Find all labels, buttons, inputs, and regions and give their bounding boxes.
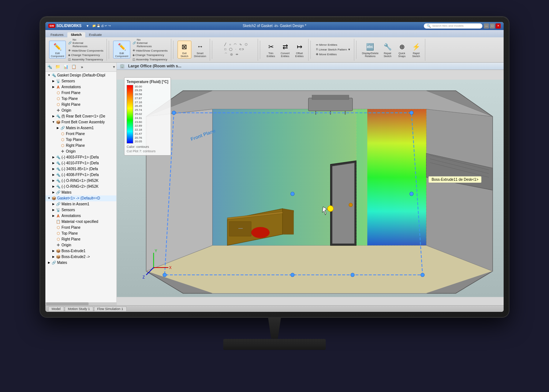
tree-item-boss2[interactable]: ▶ 📦 Boss-Extrude2 -> bbox=[45, 254, 116, 260]
arc-tool[interactable]: ◠ bbox=[233, 42, 238, 46]
feature-tree[interactable]: ▼ 🔩 Gasket Design (Default<Displ ▶ 📡 Sen… bbox=[45, 72, 116, 302]
tree-item-mates2[interactable]: ▶ 🔗 Mates in Assem1 bbox=[45, 201, 116, 207]
search-box[interactable]: 🔍 Search files and models bbox=[424, 23, 482, 29]
viewport[interactable]: 🏢 Large Office (Room with s... Temperatu… bbox=[117, 63, 504, 305]
tree-item-front-2[interactable]: ⬡ Front Plane bbox=[45, 131, 116, 137]
tab-flow[interactable]: Flow Simulation 1 bbox=[94, 306, 127, 311]
tree-item-right-plane-1[interactable]: ⬡ Right Plane bbox=[45, 102, 116, 108]
sidebar-icon-3[interactable]: 📊 bbox=[62, 63, 70, 71]
sketch-row-1: ╱ ○ ◠ ∿ ⬡ bbox=[223, 42, 249, 46]
ribbon-content: ✏️ EditComponent 🔗 NoExternalReferences … bbox=[45, 37, 504, 62]
tree-item-4003[interactable]: ▶ 🔩 (-) 4003-FFP<1> (Defa bbox=[45, 154, 116, 160]
minimize-button[interactable]: — bbox=[484, 23, 489, 29]
tab-motion[interactable]: Motion Study 1 bbox=[65, 306, 93, 311]
quick-access: 📁 💾 🖨 ↩ ↪ bbox=[92, 24, 111, 27]
sidebar-icon-4[interactable]: 📋 bbox=[70, 63, 78, 71]
assembly-transparency-btn[interactable]: ◫ Assembly Transparency bbox=[67, 57, 104, 61]
offset-tool[interactable]: ◎ bbox=[229, 52, 234, 57]
smart-dim-btn[interactable]: ↔ SmartDimension bbox=[193, 41, 208, 58]
line-tool[interactable]: ╱ bbox=[223, 42, 227, 46]
tree-item-top-plane-1[interactable]: ⬡ Top Plane bbox=[45, 96, 116, 102]
tree-item-origin-g1[interactable]: ✛ Origin bbox=[45, 242, 116, 248]
tree-item-mates-top[interactable]: ▶ 🔗 Mates bbox=[45, 260, 116, 266]
tree-item-top-g1[interactable]: ⬡ Top Plane bbox=[45, 231, 116, 236]
tree-item-mates-assem1[interactable]: ▶ 🔗 Mates in Assem1 bbox=[45, 125, 116, 131]
offset-entities-btn[interactable]: ↦ OffsetEntities bbox=[293, 41, 306, 58]
maximize-button[interactable]: □ bbox=[490, 23, 495, 29]
expand-4003: ▶ bbox=[51, 155, 56, 160]
hide-show-btn[interactable]: 👁 Hide/Show Components bbox=[67, 49, 104, 53]
sidebar-arrow[interactable]: » bbox=[78, 63, 86, 71]
exit-sketch-icon: ⊠ bbox=[179, 42, 190, 52]
no-ext-ref-btn-2[interactable]: 🔗 NoExternalReferences bbox=[131, 38, 169, 48]
quick-snaps-btn[interactable]: ⊕ QuickSnaps bbox=[395, 41, 408, 58]
icon-rear: 🔩 bbox=[56, 114, 61, 119]
sketch-row-2: □ ◯ · ⊂⊃ bbox=[223, 47, 249, 51]
fillet-tool[interactable]: ⌒ bbox=[223, 52, 228, 57]
repair-sketch-btn[interactable]: 🔧 RepairSketch bbox=[381, 41, 394, 58]
icon-mates: 🔗 bbox=[60, 126, 65, 131]
menu-file[interactable]: ▼ bbox=[86, 24, 89, 28]
hide-show-btn-2[interactable]: 👁 Hide/Show Components bbox=[131, 49, 169, 53]
tab-sketch[interactable]: Sketch bbox=[67, 32, 86, 37]
display-delete-btn[interactable]: 🔤 Display/DeleteRelations bbox=[361, 41, 380, 58]
tree-item-sensors2[interactable]: ▶ 📡 Sensors bbox=[45, 207, 116, 213]
assembly-transparency-btn-2[interactable]: ◫ Assembly Transparency bbox=[131, 57, 169, 61]
tree-item-right-2[interactable]: ⬡ Right Plane bbox=[45, 143, 116, 149]
trim-entities-btn[interactable]: ✂ TrimEntities bbox=[264, 41, 277, 58]
viewport-title: Large Office (Room with s... bbox=[128, 64, 181, 68]
circle-tool[interactable]: ○ bbox=[228, 42, 232, 46]
point-tool[interactable]: · bbox=[234, 47, 237, 51]
edit-component-btn-2[interactable]: ✏️ EditComponent bbox=[113, 41, 130, 59]
tree-item-rear-belt[interactable]: ▶ 🔩 (f) Rear Belt Cover<1> (De bbox=[45, 113, 116, 119]
icon-o2: ✛ bbox=[60, 149, 65, 154]
tree-item-gasket1[interactable]: ▼ 📦 Gasket<1> -> (Default<<D bbox=[45, 195, 116, 201]
tree-item-4008[interactable]: ▶ 🔩 (-) 4008-FFP<1> (Defa bbox=[45, 172, 116, 178]
tree-item-material[interactable]: 📋 Material <not specified bbox=[45, 219, 116, 225]
tree-item-origin-2[interactable]: ✛ Origin bbox=[45, 149, 116, 154]
tree-item-top-2[interactable]: ⬡ Top Plane bbox=[45, 137, 116, 143]
change-transparency-btn[interactable]: ◈ Change Transparency bbox=[67, 53, 104, 57]
edit-component-btn-1[interactable]: ✏️ EditComponent bbox=[49, 41, 66, 59]
tab-features[interactable]: Features bbox=[47, 32, 67, 37]
tree-item-sensors[interactable]: ▶ 📡 Sensors bbox=[45, 78, 116, 84]
tree-item-annotations[interactable]: ▶ A Annotations bbox=[45, 84, 116, 90]
tree-item-boss1[interactable]: ▶ 📦 Boss-Extrude1 bbox=[45, 248, 116, 254]
tree-item-front-plane-1[interactable]: ⬡ Front Plane bbox=[45, 90, 116, 96]
mirror-tool[interactable]: ⇔ bbox=[235, 52, 239, 57]
expand-right bbox=[51, 102, 56, 107]
move-entities-btn[interactable]: ✥ Move Entities bbox=[315, 52, 352, 56]
rapid-sketch-btn[interactable]: ⚡ RapidSketch bbox=[410, 41, 423, 58]
tree-item-mates-1[interactable]: ▶ 🔗 Mates bbox=[45, 190, 116, 195]
tree-item-origin-1[interactable]: ✛ Origin bbox=[45, 108, 116, 113]
convert-entities-btn[interactable]: ⇄ ConvertEntities bbox=[279, 41, 292, 58]
expand-sensors2: ▶ bbox=[51, 208, 56, 212]
sketch-tools-items: ╱ ○ ◠ ∿ ⬡ □ ◯ · ⊂⊃ bbox=[223, 42, 249, 57]
sidebar-icon-1[interactable]: 🔩 bbox=[46, 63, 53, 71]
tree-item-4010[interactable]: ▶ 🔩 (-) 4010-FFP<1> (Defa bbox=[45, 160, 116, 166]
mirror-entities-btn[interactable]: ⇔ Mirror Entities bbox=[315, 43, 352, 47]
ellipse-tool[interactable]: ◯ bbox=[228, 47, 234, 51]
label-front-belt: Front Belt Cover Assembly bbox=[61, 120, 105, 124]
tab-model[interactable]: Model bbox=[48, 306, 64, 311]
no-ext-ref-btn[interactable]: 🔗 NoExternalReferences bbox=[67, 38, 104, 48]
tree-item-oring1[interactable]: ▶ 🔩 (-) O-RING<1> (9452K bbox=[45, 178, 116, 184]
tree-item-front-g1[interactable]: ⬡ Front Plane bbox=[45, 225, 116, 231]
tree-item-34091[interactable]: ▶ 🔩 (-) 34091-85<1> (Defa bbox=[45, 166, 116, 172]
tree-item-right-g1[interactable]: ⬡ Right Plane bbox=[45, 236, 116, 242]
tab-evaluate[interactable]: Evaluate bbox=[85, 32, 105, 37]
tree-item-gasket-design[interactable]: ▼ 🔩 Gasket Design (Default<Displ bbox=[45, 72, 116, 78]
sidebar-scrollbar[interactable] bbox=[45, 302, 116, 305]
spline-tool[interactable]: ∿ bbox=[238, 42, 243, 46]
rect-tool[interactable]: □ bbox=[223, 47, 227, 51]
slot-tool[interactable]: ⊂⊃ bbox=[238, 47, 245, 51]
linear-pattern-btn[interactable]: ⠿ Linear Sketch Pattern ▼ bbox=[315, 48, 352, 52]
change-transparency-btn-2[interactable]: ◈ Change Transparency bbox=[131, 53, 169, 57]
polygon-tool[interactable]: ⬡ bbox=[244, 42, 249, 46]
close-button[interactable]: ✕ bbox=[496, 23, 501, 29]
sidebar-icon-2[interactable]: 📁 bbox=[54, 63, 61, 71]
exit-sketch-btn[interactable]: ⊠ ExitSketch bbox=[178, 41, 191, 59]
tree-item-annot2[interactable]: ▶ A Annotations bbox=[45, 213, 116, 219]
tree-item-front-belt[interactable]: ▼ 📦 Front Belt Cover Assembly bbox=[45, 119, 116, 125]
tree-item-oring2[interactable]: ▶ 🔩 (-) O-RING<2> (9452K bbox=[45, 184, 116, 190]
